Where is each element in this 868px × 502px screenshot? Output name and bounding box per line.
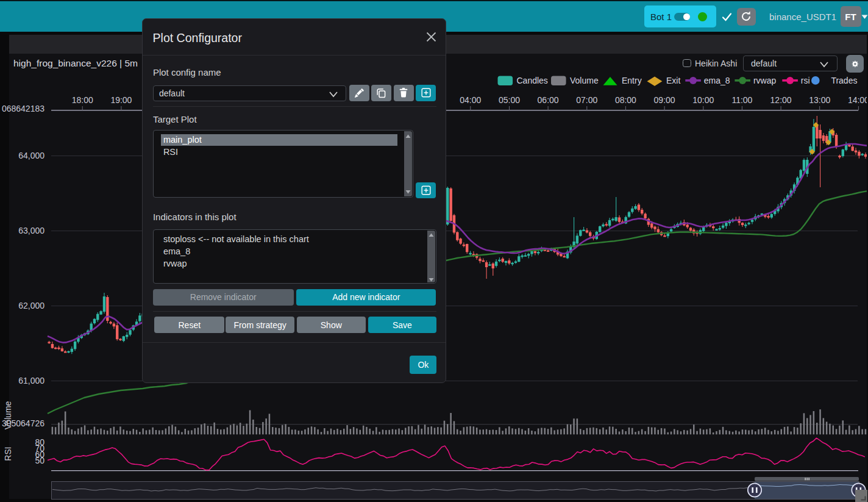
svg-text:50: 50 xyxy=(35,456,44,465)
svg-text:64,000: 64,000 xyxy=(18,151,44,160)
svg-text:13:00: 13:00 xyxy=(809,95,830,105)
svg-text:11:00: 11:00 xyxy=(731,95,752,105)
svg-text:07:00: 07:00 xyxy=(576,95,597,105)
svg-text:06:00: 06:00 xyxy=(538,95,559,105)
svg-text:Volume: Volume xyxy=(570,76,599,85)
svg-text:63,000: 63,000 xyxy=(18,226,44,235)
svg-text:068642183: 068642183 xyxy=(2,104,44,113)
svg-text:08:00: 08:00 xyxy=(615,95,636,105)
svg-text:ema_8: ema_8 xyxy=(704,76,730,85)
svg-text:09:00: 09:00 xyxy=(654,95,675,105)
svg-text:Exit: Exit xyxy=(666,76,680,85)
svg-text:rsi: rsi xyxy=(801,76,810,85)
svg-text:12:00: 12:00 xyxy=(770,95,792,105)
svg-text:05:00: 05:00 xyxy=(499,95,520,105)
svg-text:Entry: Entry xyxy=(622,76,642,85)
svg-text:rvwap: rvwap xyxy=(753,76,777,85)
svg-text:10:00: 10:00 xyxy=(692,95,714,105)
svg-text:62,000: 62,000 xyxy=(18,301,44,310)
svg-text:Trades: Trades xyxy=(831,76,857,85)
svg-text:04:00: 04:00 xyxy=(460,95,481,105)
svg-text:Volume: Volume xyxy=(3,401,13,429)
svg-text:19:00: 19:00 xyxy=(110,95,132,105)
svg-text:Candles: Candles xyxy=(517,76,548,85)
svg-text:RSI: RSI xyxy=(3,446,13,461)
svg-text:high_frog_binance_v226 | 5m: high_frog_binance_v226 | 5m xyxy=(13,58,138,68)
svg-text:61,000: 61,000 xyxy=(18,376,44,385)
svg-text:14:00: 14:00 xyxy=(848,95,868,105)
svg-text:18:00: 18:00 xyxy=(72,95,93,105)
